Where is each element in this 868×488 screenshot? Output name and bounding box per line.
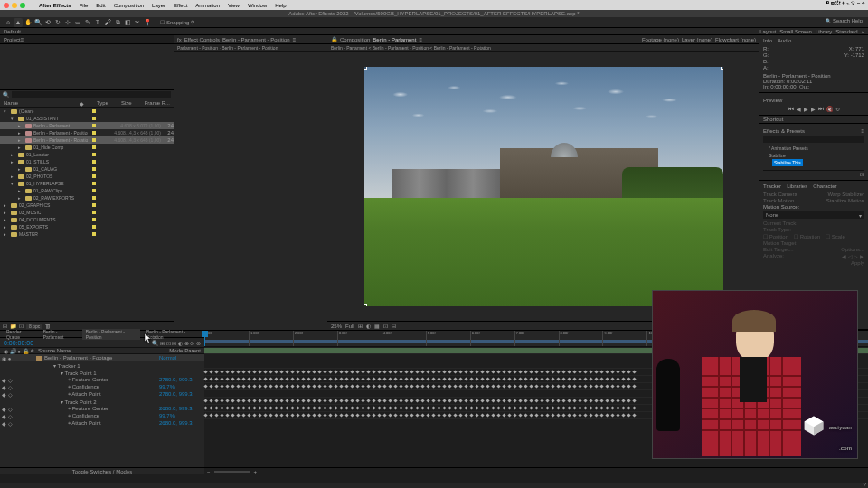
resolution-dropdown[interactable]: Full — [345, 324, 354, 329]
col-name[interactable]: Name — [4, 100, 18, 106]
project-row[interactable]: ▾(Clean) — [0, 108, 174, 115]
grid-icon[interactable]: ⊞ — [358, 323, 363, 329]
effects-search-input[interactable] — [763, 136, 864, 143]
col-layer-num[interactable]: # — [31, 348, 36, 353]
apply-icon[interactable]: ⊡ — [763, 170, 864, 177]
edit-target-button[interactable]: Edit Target... — [763, 247, 794, 252]
workspace-mode[interactable]: Layout — [760, 29, 776, 34]
viewer-tab[interactable]: Flowchart (none) — [715, 37, 756, 42]
project-row[interactable]: ▸Berlin - Parlament - Rotation4.608...4,… — [0, 136, 174, 144]
timeline-row[interactable]: ◆ ◇⌖ Confidence99.7% — [0, 412, 204, 419]
track-motion-button[interactable]: Track Motion — [763, 198, 794, 203]
transform-handle[interactable] — [364, 67, 367, 70]
search-help[interactable]: 🔍 Search Help — [826, 18, 863, 23]
puppet-tool[interactable]: 📍 — [143, 18, 152, 27]
project-row[interactable]: ▾01_ASSISTANT — [0, 115, 174, 122]
effects-item[interactable]: Stabilize — [763, 152, 864, 159]
project-row[interactable]: ▸01_CAUAG — [0, 165, 174, 173]
workspace-mode[interactable]: Small Screen — [779, 29, 812, 34]
tl-search-icon[interactable]: 🔍 — [152, 340, 158, 346]
col-framerate[interactable]: Frame R... — [145, 100, 170, 107]
libraries-tab[interactable]: Libraries — [787, 183, 807, 189]
orbit-tool[interactable]: ⟲ — [43, 18, 52, 27]
last-frame-icon[interactable]: ⏭ — [818, 106, 824, 112]
mask-icon[interactable]: ◐ — [366, 323, 371, 329]
project-row[interactable]: ▸03_MUSIC — [0, 209, 174, 216]
menu-effect[interactable]: Effect — [174, 3, 187, 8]
timeline-row[interactable]: ▾ Track Point 2 — [0, 398, 204, 405]
timeline-row[interactable]: ◆ ◇⌖ Confidence99.7% — [0, 383, 204, 390]
col-mode[interactable]: Mode — [169, 348, 183, 353]
menu-view[interactable]: View — [228, 3, 240, 8]
project-row[interactable]: ▸01_RAW Clips — [0, 187, 174, 194]
menu-help[interactable]: Help — [275, 3, 286, 8]
timeline-row[interactable]: ▾ Tracker 1 — [0, 361, 204, 369]
project-row[interactable]: ▸02_GRAPHICS — [0, 202, 174, 209]
minimize-dot-icon[interactable] — [12, 3, 17, 8]
transform-handle[interactable] — [364, 304, 367, 306]
shape-tool[interactable]: ▭ — [73, 18, 82, 27]
stabilize-motion-button[interactable]: Stabilize Motion — [826, 198, 864, 203]
project-row[interactable]: ▸01_STILLS — [0, 158, 174, 165]
toggle-alpha-icon[interactable]: ▦ — [374, 323, 380, 329]
zoom-out-icon[interactable]: − — [207, 469, 211, 474]
menu-animation[interactable]: Animation — [195, 3, 220, 8]
eraser-tool[interactable]: ◧ — [123, 18, 132, 27]
effects-item[interactable]: * Animation Presets — [763, 145, 864, 152]
mute-icon[interactable]: 🔇 — [826, 106, 833, 112]
project-row[interactable]: ▸04_DOCUMENTS — [0, 216, 174, 223]
toggle-switches-button[interactable]: Toggle Switches / Modes — [72, 469, 132, 474]
magnification-dropdown[interactable]: 25% — [331, 324, 342, 329]
transform-handle[interactable] — [721, 67, 723, 70]
pan-behind-tool[interactable]: ⊹ — [63, 18, 72, 27]
tracker-tab[interactable]: Tracker — [763, 183, 781, 189]
timeline-layer-list[interactable]: ◉ ●Berlin - Parlament - FootageNormal▾ T… — [0, 354, 204, 467]
workspace-current[interactable]: Default — [4, 29, 21, 34]
col-size[interactable]: Size — [121, 100, 132, 107]
roto-tool[interactable]: ✂ — [133, 18, 142, 27]
apply-button[interactable]: Apply — [851, 260, 864, 266]
character-tab[interactable]: Character — [813, 183, 836, 189]
preview-title[interactable]: Preview — [763, 98, 782, 103]
options-button[interactable]: Options... — [841, 247, 864, 252]
menu-edit[interactable]: Edit — [96, 3, 105, 8]
play-icon[interactable]: ▶ — [804, 106, 808, 112]
snapping-toggle[interactable]: ☐ Snapping ⚲ — [160, 19, 194, 25]
analyze-controls[interactable]: ◀ ◁ ▷ ▶ — [842, 253, 864, 259]
timeline-row[interactable]: ◆ ◇⌖ Feature Center2680.0, 999.3 — [0, 405, 204, 412]
timeline-row[interactable]: ◆ ◇⌖ Feature Center2780.0, 999.3 — [0, 376, 204, 383]
help-icon[interactable]: ? — [863, 482, 866, 487]
window-controls[interactable] — [4, 3, 25, 8]
prev-frame-icon[interactable]: ◀ — [797, 106, 801, 112]
project-row[interactable]: ▸02_PHOTOS — [0, 173, 174, 180]
menu-window[interactable]: Window — [248, 3, 267, 8]
menu-file[interactable]: File — [80, 3, 89, 8]
menu-layer[interactable]: Layer — [152, 3, 165, 8]
project-row[interactable]: ▸05_EXPORTS — [0, 223, 174, 230]
home-button[interactable]: ⌂ — [4, 18, 13, 27]
timeline-row[interactable]: ▾ Track Point 1 — [0, 369, 204, 376]
region-icon[interactable]: ⊡ — [383, 323, 388, 329]
viewer-tab[interactable]: Layer (none) — [682, 37, 712, 42]
tl-switch-icon[interactable]: ⊞ ⊡ ⊟ ◐ ⊕ ⊙ ⊛ — [160, 340, 201, 346]
opt-scale[interactable]: ☐ Scale — [826, 233, 845, 239]
first-frame-icon[interactable]: ⏮ — [788, 106, 794, 112]
project-row[interactable]: ▸Berlin - Parlament - Position4.608...4,… — [0, 129, 174, 136]
project-list[interactable]: ▾(Clean)▾01_ASSISTANT▸Berlin - Parlament… — [0, 108, 174, 321]
effects-item-selected[interactable]: Stabilize This — [772, 159, 803, 166]
zoom-dot-icon[interactable] — [20, 3, 25, 8]
playhead-handle-icon[interactable] — [202, 331, 208, 337]
effects-title[interactable]: Effects & Presets — [763, 128, 805, 134]
audio-tab[interactable]: Audio — [778, 38, 791, 43]
next-frame-icon[interactable]: ▶ — [811, 106, 816, 112]
pen-tool[interactable]: ✎ — [83, 18, 92, 27]
project-tab[interactable]: Project — [4, 37, 21, 42]
project-row[interactable]: ▸01_Locator — [0, 151, 174, 158]
col-parent[interactable]: Parent — [184, 348, 201, 353]
col-source[interactable]: Source Name — [38, 348, 167, 353]
loop-icon[interactable]: ↻ — [835, 106, 840, 112]
timeline-row[interactable]: ◆ ◇⌖ Attach Point2680.0, 999.3 — [0, 419, 204, 427]
info-tab[interactable]: Info — [763, 38, 772, 43]
workspace-more-icon[interactable]: » — [862, 29, 864, 34]
project-row[interactable]: ▸Berlin - Parlament4.608 x 3.072 (1,00)2… — [0, 122, 174, 129]
